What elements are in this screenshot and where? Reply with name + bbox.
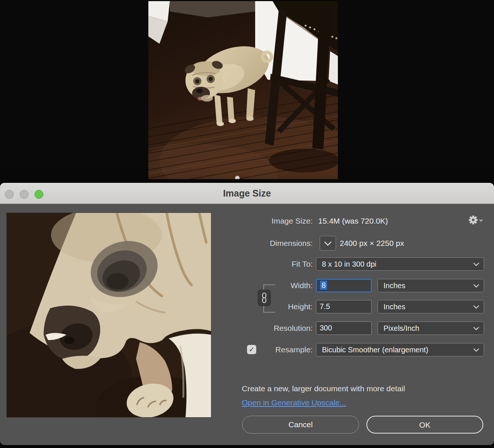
dialog-titlebar[interactable]: Image Size xyxy=(0,183,494,204)
gear-icon xyxy=(469,215,483,224)
dialog-title: Image Size xyxy=(0,188,494,199)
image-size-dialog: Image Size xyxy=(0,183,494,445)
chevron-down-icon xyxy=(473,305,479,309)
fit-to-value: 8 x 10 in 300 dpi xyxy=(322,260,376,268)
height-unit-dropdown[interactable]: Inches xyxy=(378,300,484,313)
settings-menu-button[interactable] xyxy=(468,215,483,226)
resample-label: Resample: xyxy=(208,345,313,355)
image-size-value: 15.4M (was 720.0K) xyxy=(318,216,388,226)
height-label: Height: xyxy=(208,302,313,312)
height-unit-value: Inches xyxy=(383,303,405,311)
chevron-down-icon xyxy=(473,284,479,288)
chevron-down-icon xyxy=(473,263,479,266)
resolution-label: Resolution: xyxy=(208,323,313,333)
resample-value: Bicubic Smoother (enlargement) xyxy=(322,346,428,354)
ok-button[interactable]: OK xyxy=(366,416,483,434)
preview-pug-closeup xyxy=(7,213,211,417)
chevron-down-icon xyxy=(473,327,479,330)
width-unit-dropdown[interactable]: Inches xyxy=(378,279,484,292)
fit-to-dropdown[interactable]: 8 x 10 in 300 dpi xyxy=(316,257,484,271)
width-label: Width: xyxy=(208,281,313,290)
document-canvas-photo xyxy=(148,1,338,179)
chevron-down-icon xyxy=(480,220,483,221)
width-value-selected: 8 xyxy=(320,281,327,290)
fit-to-label: Fit To: xyxy=(208,259,313,269)
image-size-label: Image Size: xyxy=(208,216,313,226)
pug-photo-illustration xyxy=(148,1,338,179)
resolution-unit-dropdown[interactable]: Pixels/Inch xyxy=(378,322,484,335)
generative-upscale-hint: Create a new, larger document with more … xyxy=(242,384,405,393)
dimensions-value: 2400 px × 2250 px xyxy=(340,238,404,248)
open-generative-upscale-link[interactable]: Open in Generative Upscale... xyxy=(242,398,346,407)
screen: Image Size xyxy=(0,0,494,448)
resolution-value: 300 xyxy=(320,324,332,332)
resolution-input[interactable]: 300 xyxy=(316,322,372,335)
cancel-button[interactable]: Cancel xyxy=(242,416,359,434)
dimensions-unit-dropdown[interactable] xyxy=(320,236,336,251)
resample-dropdown[interactable]: Bicubic Smoother (enlargement) xyxy=(316,343,484,356)
width-input[interactable]: 8 xyxy=(316,279,372,292)
image-preview[interactable] xyxy=(6,213,211,418)
dimensions-label: Dimensions: xyxy=(208,238,313,248)
resolution-unit-value: Pixels/Inch xyxy=(383,324,419,332)
height-input[interactable]: 7.5 xyxy=(316,300,372,313)
width-unit-value: Inches xyxy=(383,281,405,290)
chevron-down-icon xyxy=(324,241,332,246)
height-value: 7.5 xyxy=(320,302,330,310)
chevron-down-icon xyxy=(473,348,479,352)
